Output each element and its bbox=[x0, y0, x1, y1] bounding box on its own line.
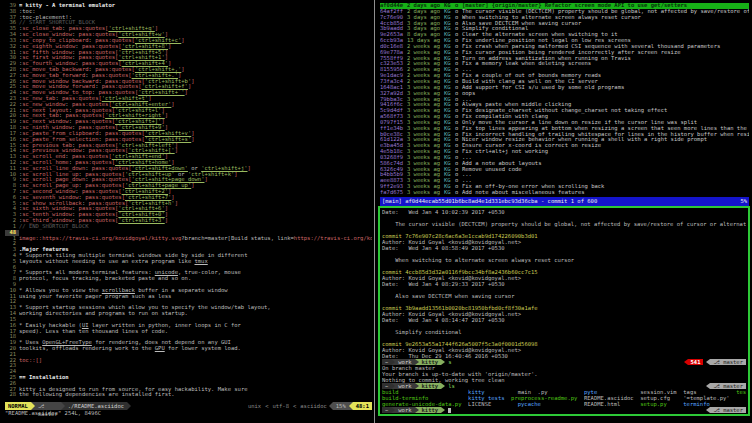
filename-segment: ./README.asciidoc bbox=[65, 402, 127, 410]
branch-name: master bbox=[723, 359, 743, 365]
branch-name: master bbox=[723, 407, 743, 413]
statusbar-spacer bbox=[131, 402, 246, 410]
prompt-cwd-segment: kitty bbox=[419, 407, 442, 413]
window-divider bbox=[374, 0, 375, 423]
tig-commit-list: af0d44e2 days agoKGo[master] {origin/mas… bbox=[380, 3, 749, 197]
shell-text: Date: Wed Jan 4 08:14:47 2017 +0530 bbox=[382, 317, 505, 323]
vim-pane[interactable]: 39= kitty - A terminal emulator38:toc:37… bbox=[5, 3, 372, 417]
cursor-position: 48:1 bbox=[353, 402, 372, 410]
commit-author: KG bbox=[444, 190, 452, 196]
shell-text: Simplify conditional bbox=[382, 329, 461, 335]
tig-scroll-percent: 5% bbox=[740, 197, 747, 206]
commit-date: 3 weeks ag bbox=[407, 190, 441, 196]
prompt-home-segment: ~ bbox=[382, 407, 391, 413]
shell-text: Date: Wed Jan 4 08:29:33 2017 +0530 bbox=[382, 281, 505, 287]
kitty-terminal-screen: 39= kitty - A terminal emulator38:toc:37… bbox=[0, 0, 752, 423]
shell-text: The cursor visible (DECTCEM) property sh… bbox=[382, 221, 746, 227]
editor-line: 28the following dependencies are install… bbox=[5, 392, 372, 398]
tig-status-left: [main] af0d44ecab55d01b6bc8ad4e1d331ebc9… bbox=[382, 197, 740, 206]
branch-icon: ⎇ bbox=[713, 407, 723, 413]
shell-text: Also save DECTCEM when saving cursor bbox=[382, 293, 514, 299]
tig-pane[interactable]: af0d44e2 days agoKGo[master] {origin/mas… bbox=[380, 3, 749, 206]
file-name: test.py bbox=[736, 389, 746, 395]
vim-mode-indicator: NORMAL bbox=[5, 402, 31, 410]
info-separator: < bbox=[263, 402, 270, 410]
file-type: asciidoc bbox=[298, 402, 329, 410]
vim-buffer: 39= kitty - A terminal emulator38:toc:37… bbox=[5, 3, 372, 398]
commit-row: fa7d6753 weeks agKGoAdd note about misce… bbox=[380, 190, 749, 196]
commit-message: Add note about miscellaneous features bbox=[462, 190, 749, 196]
line-text: the following dependencies are installed… bbox=[19, 392, 372, 398]
shell-prompt-line[interactable]: ~workkittys541⎇ master bbox=[382, 359, 746, 365]
shell-text: Date: Wed Jan 4 08:58:49 2017 +0530 bbox=[382, 245, 505, 251]
shell-text: Date: Wed Jan 4 10:02:39 2017 +0530 bbox=[382, 209, 505, 215]
branch-icon: ⎇ bbox=[38, 402, 58, 410]
vim-statusbar: NORMAL ⎇ master ./README.asciidoc unix <… bbox=[5, 402, 372, 410]
vim-message-line: "README.asciidoc" 254L, 8496C bbox=[5, 410, 372, 417]
scroll-percent: 15% bbox=[333, 402, 349, 410]
graph-node: o bbox=[455, 190, 459, 196]
branch-icon: ⎇ bbox=[713, 359, 723, 365]
line-number: 28 bbox=[5, 392, 19, 398]
prompt-dir-segment: work bbox=[395, 407, 414, 413]
shell-prompt-line[interactable]: ~workkitty⎇ master bbox=[382, 407, 746, 413]
prompt-separator bbox=[441, 407, 445, 413]
shell-line: The cursor visible (DECTCEM) property sh… bbox=[382, 221, 746, 227]
tig-statusbar: [main] af0d44ecab55d01b6bc8ad4e1d331ebc9… bbox=[380, 197, 749, 206]
exit-code-badge: 541 bbox=[688, 359, 704, 365]
git-branch-badge: ⎇ master bbox=[710, 407, 746, 413]
shell-scrollback: Date: Wed Jan 4 10:02:39 2017 +0530 The … bbox=[382, 209, 746, 413]
file-format: unix bbox=[246, 402, 263, 410]
git-branch-segment: ⎇ master bbox=[35, 402, 61, 410]
shell-pane[interactable]: Date: Wed Jan 4 10:02:39 2017 +0530 The … bbox=[378, 206, 750, 416]
commit-hash: fa7d675 bbox=[380, 190, 404, 196]
git-branch-badge: ⎇ master bbox=[710, 359, 746, 365]
prompt-spacer bbox=[451, 407, 703, 413]
file-encoding: utf-8 bbox=[270, 402, 291, 410]
info-separator: < bbox=[291, 402, 298, 410]
shell-text: When switching to alternate screen alway… bbox=[382, 257, 574, 263]
prompt-spacer bbox=[451, 359, 683, 365]
